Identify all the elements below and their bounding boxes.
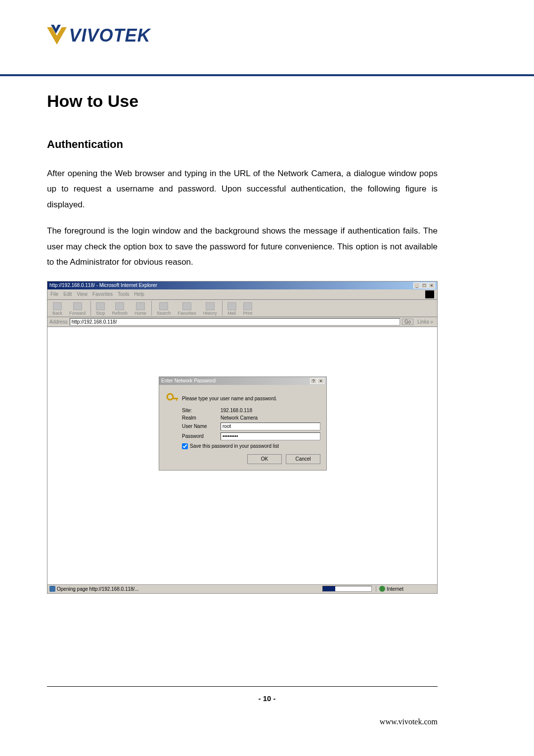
paragraph-1: After opening the Web browser and typing… <box>47 166 438 212</box>
address-label: Address <box>49 319 68 325</box>
zone-text: Internet <box>387 586 403 592</box>
auth-body: Please type your user name and password.… <box>159 385 326 470</box>
home-icon <box>136 302 145 310</box>
svg-rect-3 <box>172 398 178 399</box>
ie-addressbar: Address http://192.168.0.118/ Go Links » <box>47 317 437 327</box>
logo-text: VIVOTEK <box>69 25 150 46</box>
username-input[interactable]: root <box>221 423 320 430</box>
ie-flag-icon <box>425 290 434 298</box>
address-value: http://192.168.0.118/ <box>72 319 117 325</box>
globe-icon <box>379 586 385 592</box>
menu-view[interactable]: View <box>77 291 88 297</box>
back-button[interactable]: Back <box>49 302 65 316</box>
print-button[interactable]: Print <box>240 302 256 316</box>
auth-dialog: Enter Network Password ? × Please type y… <box>159 377 327 471</box>
password-input[interactable]: ••••••••• <box>221 432 320 440</box>
refresh-button[interactable]: Refresh <box>109 302 131 316</box>
cancel-button[interactable]: Cancel <box>286 454 320 464</box>
auth-prompt: Please type your user name and password. <box>182 396 277 401</box>
maximize-icon[interactable]: □ <box>421 283 428 288</box>
ie-caption-buttons: _ □ × <box>413 283 435 288</box>
favorites-icon <box>182 302 191 310</box>
save-password-label: Save this password in your password list <box>190 443 279 449</box>
history-icon <box>206 302 215 310</box>
password-label: Password <box>182 433 221 439</box>
mail-button[interactable]: Mail <box>224 302 239 316</box>
ie-title-text: http://192.168.0.118/ - Microsoft Intern… <box>49 283 157 288</box>
ie-statusbar: Opening page http://192.168.0.118/... In… <box>47 584 437 593</box>
forward-icon <box>73 302 82 310</box>
go-button[interactable]: Go <box>402 319 413 325</box>
help-icon[interactable]: ? <box>310 378 317 384</box>
paragraph-2: The foreground is the login window and t… <box>47 223 438 270</box>
search-button[interactable]: Search <box>154 302 174 316</box>
forward-button[interactable]: Forward <box>66 302 89 316</box>
history-button[interactable]: History <box>200 302 220 316</box>
close-icon[interactable]: × <box>428 283 435 288</box>
key-icon <box>165 392 179 406</box>
print-icon <box>243 302 252 310</box>
ie-client-area: Enter Network Password ? × Please type y… <box>47 327 437 584</box>
auth-title-text: Enter Network Password <box>161 378 216 383</box>
menu-edit[interactable]: Edit <box>63 291 72 297</box>
toolbar-separator <box>151 301 152 316</box>
links-button[interactable]: Links » <box>415 319 435 325</box>
logo: VIVOTEK <box>47 25 150 47</box>
toolbar-separator <box>90 301 91 316</box>
footer-url: www.vivotek.com <box>380 717 438 726</box>
minimize-icon[interactable]: _ <box>413 283 420 288</box>
back-icon <box>53 302 62 310</box>
page-title: How to Use <box>47 92 438 111</box>
stop-button[interactable]: Stop <box>93 302 108 316</box>
menu-favorites[interactable]: Favorites <box>92 291 113 297</box>
refresh-icon <box>115 302 124 310</box>
stop-icon <box>96 302 105 310</box>
footer-divider <box>47 686 438 687</box>
save-password-checkbox[interactable] <box>182 443 188 449</box>
home-button[interactable]: Home <box>132 302 149 316</box>
svg-rect-4 <box>176 398 177 401</box>
ie-window: http://192.168.0.118/ - Microsoft Intern… <box>47 281 438 594</box>
site-value: 192.168.0.118 <box>221 408 252 413</box>
search-icon <box>159 302 168 310</box>
username-label: User Name <box>182 424 221 429</box>
ie-titlebar: http://192.168.0.118/ - Microsoft Intern… <box>47 282 437 289</box>
menu-help[interactable]: Help <box>134 291 144 297</box>
site-label: Site: <box>182 408 221 413</box>
progress-bar <box>322 586 372 592</box>
close-icon[interactable]: × <box>317 378 324 384</box>
status-text: Opening page http://192.168.0.118/... <box>57 586 139 592</box>
mail-icon <box>227 302 236 310</box>
address-input[interactable]: http://192.168.0.118/ <box>70 318 400 326</box>
ie-menubar: File Edit View Favorites Tools Help <box>47 289 437 300</box>
toolbar-separator <box>222 301 222 316</box>
content-area: How to Use Authentication After opening … <box>47 92 438 594</box>
menu-tools[interactable]: Tools <box>118 291 129 297</box>
logo-mark-icon <box>47 25 67 47</box>
section-title: Authentication <box>47 138 438 151</box>
favorites-button[interactable]: Favorites <box>175 302 199 316</box>
page-number: - 10 - <box>0 694 534 703</box>
ie-toolbar: Back Forward Stop Refresh Home Search Fa… <box>47 300 437 317</box>
header-divider <box>0 74 534 76</box>
realm-value: Network Camera <box>221 415 258 421</box>
realm-label: Realm <box>182 415 221 421</box>
ie-icon <box>49 586 55 592</box>
auth-titlebar: Enter Network Password ? × <box>159 377 326 385</box>
menu-file[interactable]: File <box>50 291 58 297</box>
ok-button[interactable]: OK <box>247 454 282 464</box>
